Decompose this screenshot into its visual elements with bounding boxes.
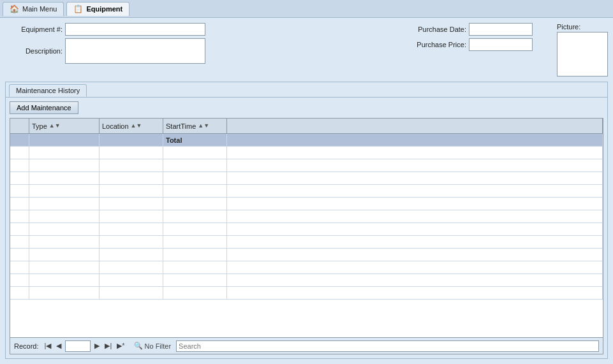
search-input[interactable] — [176, 340, 599, 352]
picture-box — [557, 32, 608, 76]
navigation-bar: Record: |◀ ◀ ▶ ▶| ▶* 🔍 No Filter — [10, 337, 603, 354]
no-filter-label: No Filter — [145, 342, 172, 350]
filter-icon: 🔍 — [134, 342, 143, 350]
table-row — [10, 198, 603, 210]
form-right: Picture: — [557, 23, 608, 76]
table-row — [10, 172, 603, 185]
table-row — [10, 249, 603, 261]
table-row — [10, 210, 603, 223]
type-column-label: Type — [32, 122, 47, 130]
table-row — [10, 287, 603, 300]
purchase-price-row: Purchase Price: — [409, 38, 533, 51]
table-row — [10, 236, 603, 249]
add-maintenance-button[interactable]: Add Maintenance — [10, 101, 78, 114]
maintenance-grid: Type ▲▼ Location ▲▼ StartTime ▲▼ — [10, 118, 603, 354]
total-starttime-cell: Total — [163, 134, 227, 146]
total-location-cell — [100, 134, 163, 146]
grid-header-extra — [227, 119, 603, 133]
nav-first-button[interactable]: |◀ — [43, 341, 53, 351]
maintenance-tab-header: Maintenance History — [6, 82, 607, 98]
grid-header-type[interactable]: Type ▲▼ — [29, 119, 100, 133]
table-row — [10, 147, 603, 159]
purchase-date-input[interactable] — [469, 23, 533, 36]
total-extra-cell — [227, 134, 603, 146]
starttime-sort-icon[interactable]: ▲▼ — [198, 123, 209, 129]
maintenance-section: Maintenance History Add Maintenance Type… — [5, 82, 608, 359]
table-row — [10, 274, 603, 287]
type-sort-icon[interactable]: ▲▼ — [49, 123, 61, 129]
purchase-price-input[interactable] — [469, 38, 533, 51]
equipment-number-label: Equipment #: — [5, 25, 63, 33]
table-row — [10, 223, 603, 236]
equipment-icon: 📋 — [73, 4, 83, 13]
location-sort-icon[interactable]: ▲▼ — [131, 123, 142, 129]
total-type-cell — [29, 134, 100, 146]
nav-last-button[interactable]: ▶| — [103, 341, 113, 351]
main-content: Equipment #: Description: Purchase Date:… — [0, 18, 613, 364]
main-menu-icon: 🏠 — [10, 4, 19, 13]
picture-label: Picture: — [557, 23, 580, 31]
purchase-date-label: Purchase Date: — [409, 25, 466, 33]
description-input[interactable] — [65, 38, 205, 64]
grid-header-starttime[interactable]: StartTime ▲▼ — [163, 119, 227, 133]
equipment-number-row: Equipment #: — [5, 23, 385, 36]
grid-body: Total — [10, 134, 603, 337]
no-filter-button[interactable]: 🔍 No Filter — [134, 342, 172, 350]
grid-header-selector — [10, 119, 29, 133]
purchase-price-label: Purchase Price: — [409, 41, 466, 48]
tab-main-menu[interactable]: 🏠 Main Menu — [3, 2, 64, 16]
maintenance-content: Add Maintenance Type ▲▼ Location ▲▼ Star… — [6, 98, 607, 358]
table-row — [10, 159, 603, 172]
grid-header-location[interactable]: Location ▲▼ — [100, 119, 163, 133]
description-row: Description: — [5, 38, 385, 64]
grid-header: Type ▲▼ Location ▲▼ StartTime ▲▼ — [10, 119, 603, 134]
maintenance-tab-label[interactable]: Maintenance History — [9, 84, 87, 97]
tab-equipment[interactable]: 📋 Equipment — [66, 2, 129, 16]
record-label: Record: — [14, 342, 39, 350]
nav-current-page[interactable] — [65, 340, 91, 352]
purchase-date-row: Purchase Date: — [409, 23, 533, 36]
total-row: Total — [10, 134, 603, 147]
table-row — [10, 185, 603, 198]
equipment-number-input[interactable] — [65, 23, 205, 36]
form-area: Equipment #: Description: Purchase Date:… — [5, 23, 608, 76]
nav-prev-button[interactable]: ◀ — [55, 341, 63, 351]
table-row — [10, 261, 603, 274]
form-left: Equipment #: Description: — [5, 23, 385, 64]
total-label: Total — [166, 136, 182, 144]
nav-new-button[interactable]: ▶* — [115, 341, 126, 351]
location-column-label: Location — [102, 122, 129, 130]
form-middle: Purchase Date: Purchase Price: — [409, 23, 533, 51]
title-bar: 🏠 Main Menu 📋 Equipment — [0, 0, 613, 18]
starttime-column-label: StartTime — [166, 122, 196, 130]
tab-main-menu-label: Main Menu — [22, 5, 57, 13]
tab-equipment-label: Equipment — [86, 5, 122, 13]
total-selector-cell — [10, 134, 29, 146]
description-label: Description: — [5, 47, 63, 55]
nav-next-button[interactable]: ▶ — [93, 341, 101, 351]
